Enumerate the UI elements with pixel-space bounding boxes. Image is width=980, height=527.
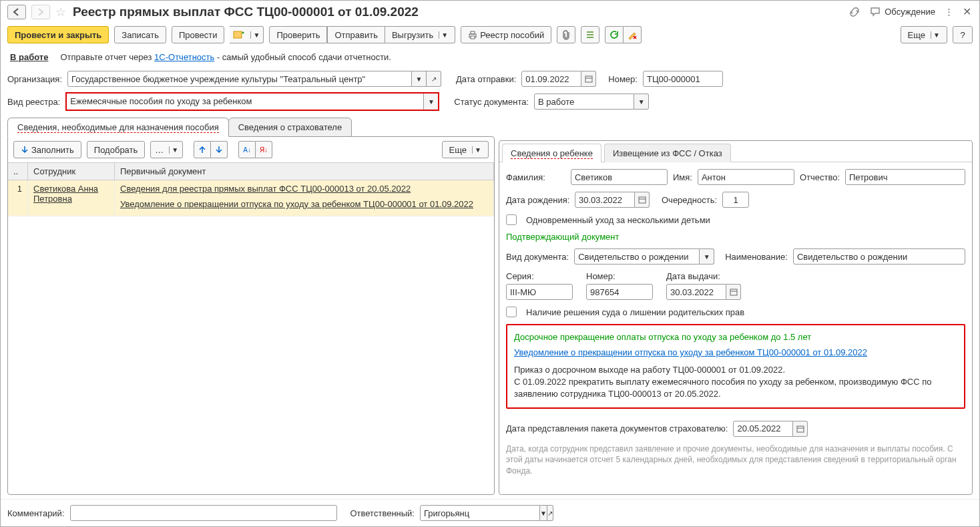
multi-care-checkbox[interactable] <box>506 214 517 225</box>
primary-doc-link-1[interactable]: Сведения для реестра прямых выплат ФСС Т… <box>120 184 411 194</box>
lastname-input[interactable] <box>571 169 668 185</box>
order-input[interactable] <box>722 192 749 208</box>
series-input[interactable] <box>506 284 573 300</box>
reporting-link[interactable]: 1С-Отчетность <box>154 52 214 62</box>
favorite-star-icon[interactable]: ☆ <box>55 5 66 19</box>
employee-link[interactable]: Светикова Анна Петровна <box>33 184 98 204</box>
attach-button[interactable] <box>557 26 575 43</box>
link-icon[interactable] <box>847 5 862 19</box>
midname-label: Отчество: <box>800 172 840 182</box>
printer-icon <box>468 30 477 39</box>
sort-asc-button[interactable]: А↓ <box>238 141 256 158</box>
tab-benefit-info[interactable]: Сведения, необходимые для назначения пос… <box>7 118 229 137</box>
confirm-doc-section: Подтверждающий документ <box>506 232 965 242</box>
table-row[interactable]: 1 Светикова Анна Петровна Сведения для р… <box>8 180 494 216</box>
dnum-label: Номер: <box>586 271 653 281</box>
doc-status-dropdown-button[interactable]: ▼ <box>634 94 649 110</box>
save-button[interactable]: Записать <box>114 26 166 43</box>
firstname-label: Имя: <box>673 172 692 182</box>
kind-dropdown-button[interactable]: ▼ <box>423 94 438 110</box>
ddate-calendar-button[interactable] <box>726 284 741 300</box>
fss-menu-button[interactable]: ▼ <box>230 26 264 43</box>
court-label: Наличие решения суда о лишении родительс… <box>526 307 744 317</box>
doc-status-label: Статус документа: <box>454 97 529 107</box>
registry-button[interactable]: Реестр пособий <box>461 26 551 43</box>
more-actions-button[interactable]: …▼ <box>150 141 183 158</box>
number-input[interactable] <box>643 71 723 87</box>
org-dropdown-button[interactable]: ▼ <box>412 71 427 87</box>
docname-input[interactable] <box>793 248 965 265</box>
send-date-input[interactable] <box>521 71 581 87</box>
arrow-down-icon <box>21 146 29 154</box>
responsible-dropdown-button[interactable]: ▼ <box>540 505 547 521</box>
bdate-input[interactable] <box>575 192 635 208</box>
calendar-icon <box>585 75 593 83</box>
svg-rect-6 <box>730 289 737 295</box>
rtab-fss-notice[interactable]: Извещение из ФСС / Отказ <box>604 144 731 162</box>
responsible-label: Ответственный: <box>350 508 415 518</box>
list-button[interactable] <box>581 26 599 43</box>
ddate-label: Дата выдачи: <box>666 271 741 281</box>
move-up-button[interactable] <box>194 141 211 158</box>
fill-button[interactable]: Заполнить <box>13 141 81 158</box>
responsible-open-button[interactable]: ↗ <box>547 505 553 521</box>
send-date-label: Дата отправки: <box>456 74 516 84</box>
refresh-button[interactable] <box>605 26 624 43</box>
early-termination-panel: Досрочное прекращение оплаты отпуска по … <box>506 324 965 409</box>
move-down-button[interactable] <box>211 141 228 158</box>
firstname-input[interactable] <box>698 169 794 185</box>
org-open-button[interactable]: ↗ <box>427 71 441 87</box>
kind-input[interactable] <box>67 94 423 108</box>
tab-insurer-info[interactable]: Сведения о страхователе <box>228 118 352 137</box>
order-label: Очередность: <box>662 195 717 205</box>
send-date-calendar-button[interactable] <box>581 71 596 87</box>
send-button[interactable]: Отправить <box>327 26 385 43</box>
org-input[interactable] <box>67 71 412 87</box>
more-menu-button[interactable]: Еще▼ <box>901 26 947 43</box>
bdate-calendar-button[interactable] <box>635 192 650 208</box>
pack-date-calendar-button[interactable] <box>793 421 808 437</box>
series-label: Серия: <box>506 271 573 281</box>
help-button[interactable]: ? <box>953 26 973 43</box>
rtab-child-info[interactable]: Сведения о ребенке <box>502 144 601 162</box>
cancel-refresh-button[interactable] <box>624 26 642 43</box>
sub-more-button[interactable]: Еще▼ <box>442 141 489 158</box>
menu-dots-icon[interactable]: ⋮ <box>943 5 955 18</box>
pick-button[interactable]: Подобрать <box>87 141 145 158</box>
svg-rect-4 <box>585 76 592 82</box>
org-label: Организация: <box>7 74 62 84</box>
lastname-label: Фамилия: <box>506 172 565 182</box>
nav-forward-button[interactable] <box>31 5 50 19</box>
doctype-input[interactable] <box>574 248 700 265</box>
discuss-icon[interactable]: Обсуждение <box>869 5 937 19</box>
doctype-dropdown-button[interactable]: ▼ <box>700 248 714 265</box>
ddate-input[interactable] <box>666 284 726 300</box>
upload-button[interactable]: Выгрузить▼ <box>385 26 455 43</box>
post-and-close-button[interactable]: Провести и закрыть <box>7 26 109 43</box>
number-label: Номер: <box>608 74 638 84</box>
page-title: Реестр прямых выплат ФСС ТЦ00-000001 от … <box>73 5 419 19</box>
post-button[interactable]: Провести <box>172 26 225 43</box>
docname-label: Наименование: <box>725 252 788 262</box>
close-icon[interactable]: ✕ <box>961 4 973 19</box>
bdate-label: Дата рождения: <box>506 195 569 205</box>
svg-rect-5 <box>639 197 646 203</box>
nav-back-button[interactable] <box>7 5 26 19</box>
table-header: .. Сотрудник Первичный документ <box>8 163 494 180</box>
sort-desc-button[interactable]: Я↓ <box>256 141 272 158</box>
court-checkbox[interactable] <box>506 307 517 317</box>
status-hint: Отправьте отчет через 1С-Отчетность - са… <box>60 52 391 62</box>
dnum-input[interactable] <box>586 284 653 300</box>
comment-input[interactable] <box>70 505 337 521</box>
check-button[interactable]: Проверить <box>269 26 327 43</box>
midname-input[interactable] <box>845 169 965 185</box>
early-notice-link[interactable]: Уведомление о прекращении отпуска по ухо… <box>514 347 957 357</box>
responsible-input[interactable] <box>420 505 540 521</box>
calendar-icon <box>796 425 804 433</box>
doc-status-input[interactable] <box>534 94 634 110</box>
pack-date-hint: Дата, когда сотрудник представил заявлен… <box>506 444 965 477</box>
pack-date-input[interactable] <box>733 421 793 437</box>
status-state-link[interactable]: В работе <box>10 52 48 62</box>
primary-doc-link-2[interactable]: Уведомление о прекращении отпуска по ухо… <box>120 199 473 209</box>
arrow-up-icon <box>198 146 206 154</box>
